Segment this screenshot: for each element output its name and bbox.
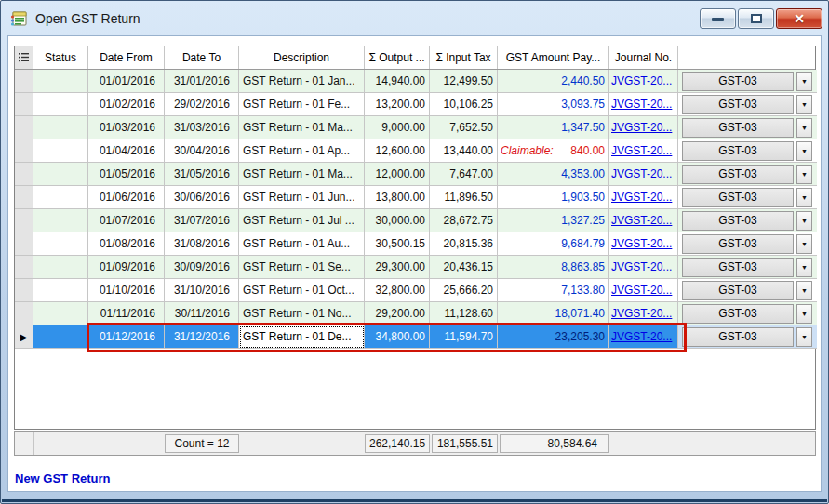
return-type-dropdown-button[interactable]: ▼ [796,141,812,161]
chevron-down-icon: ▼ [801,171,808,178]
cell-return-type: GST-03 ▼ [678,279,817,302]
cell-date-to: 31/07/2016 [165,209,239,232]
journal-link[interactable]: JVGST-20... [611,284,672,297]
return-type-dropdown-button[interactable]: ▼ [796,327,812,347]
cell-journal-no: JVGST-20... [609,116,678,139]
column-header-date-to[interactable]: Date To [165,46,239,69]
gst-return-grid: Status Date From Date To Description Σ O… [14,46,816,430]
row-selector-cell: ▶ [15,256,33,279]
return-type-dropdown-button[interactable]: ▼ [796,72,812,91]
return-type-dropdown-button[interactable]: ▼ [796,188,812,207]
cell-date-to: 31/03/2016 [165,116,239,139]
table-row[interactable]: ▶ 01/07/2016 31/07/2016 GST Return - 01 … [15,209,815,232]
input-tax-total: 181,555.51 [432,434,498,453]
row-selector-cell: ▶ [15,232,33,256]
journal-link[interactable]: JVGST-20... [611,144,672,157]
column-header-date-from[interactable]: Date From [88,46,165,69]
return-type-button[interactable]: GST-03 [682,327,794,347]
return-type-button[interactable]: GST-03 [682,118,794,138]
return-type-button[interactable]: GST-03 [682,234,794,254]
chevron-down-icon: ▼ [801,125,808,131]
return-type-dropdown-button[interactable]: ▼ [796,281,812,300]
cell-journal-no: JVGST-20... [609,232,678,256]
cell-date-from: 01/04/2016 [88,139,165,163]
cell-return-type: GST-03 ▼ [678,325,817,349]
return-type-dropdown-button[interactable]: ▼ [796,304,812,324]
gst-amount-value: 23,205.30 [555,325,605,348]
column-header-status[interactable]: Status [33,46,88,69]
dialog-window: Open GST Return ✕ Status Date From Date … [0,0,829,504]
table-row[interactable]: ▶ 01/08/2016 31/08/2016 GST Return - 01 … [15,232,815,256]
cell-date-from: 01/08/2016 [88,232,165,256]
record-count: Count = 12 [165,434,239,453]
return-type-dropdown-button[interactable]: ▼ [796,95,812,114]
return-type-button[interactable]: GST-03 [682,304,794,324]
return-type-dropdown-button[interactable]: ▼ [796,258,812,277]
table-row[interactable]: ▶ 01/04/2016 30/04/2016 GST Return - 01 … [15,139,815,163]
minimize-icon [712,18,724,21]
close-button[interactable]: ✕ [776,8,822,29]
cell-gst-amount: Claimable: 840.00 [498,139,609,163]
table-row[interactable]: ▶ 01/03/2016 31/03/2016 GST Return - 01 … [15,116,815,139]
return-type-button[interactable]: GST-03 [682,258,794,277]
table-row[interactable]: ▶ 01/06/2016 30/06/2016 GST Return - 01 … [15,186,815,209]
column-header-return-type[interactable] [678,46,817,69]
cell-date-to: 31/10/2016 [165,279,239,302]
journal-link[interactable]: JVGST-20... [611,214,672,227]
cell-journal-no: JVGST-20... [609,279,678,302]
table-row[interactable]: ▶ 01/10/2016 31/10/2016 GST Return - 01 … [15,279,815,302]
journal-link[interactable]: JVGST-20... [611,191,672,204]
gst-amount-value: 4,353.00 [561,163,605,185]
cell-date-from: 01/01/2016 [88,70,165,93]
column-header-description[interactable]: Description [239,46,365,69]
column-header-row-selector[interactable] [15,46,33,69]
chevron-down-icon: ▼ [801,194,808,201]
return-type-dropdown-button[interactable]: ▼ [796,118,812,138]
gst-amount-value: 8,863.85 [561,256,605,278]
return-type-dropdown-button[interactable]: ▼ [796,165,812,184]
table-row[interactable]: ▶ 01/12/2016 31/12/2016 GST Return - 01 … [15,325,815,349]
return-type-button[interactable]: GST-03 [682,165,794,184]
gst-amount-total: 80,584.64 [500,434,609,453]
cell-gst-amount: 4,353.00 [498,163,609,186]
journal-link[interactable]: JVGST-20... [611,237,672,250]
column-header-gst-amount[interactable]: GST Amount Pay... [498,46,609,69]
chevron-down-icon: ▼ [801,148,808,154]
gst-amount-value: 1,903.50 [561,186,605,208]
gst-amount-value: 9,684.79 [561,232,605,255]
journal-link[interactable]: JVGST-20... [611,74,672,87]
cell-status [33,70,88,93]
gst-amount-value: 2,440.50 [561,70,605,92]
return-type-button[interactable]: GST-03 [682,188,794,207]
cell-gst-amount: 1,327.25 [498,209,609,232]
return-type-button[interactable]: GST-03 [682,211,794,231]
column-header-input-tax[interactable]: Σ Input Tax [430,46,498,69]
journal-link[interactable]: JVGST-20... [611,260,672,273]
table-row[interactable]: ▶ 01/11/2016 30/11/2016 GST Return - 01 … [15,302,815,325]
minimize-button[interactable] [700,8,736,29]
cell-status [33,232,88,256]
table-row[interactable]: ▶ 01/09/2016 30/09/2016 GST Return - 01 … [15,256,815,279]
return-type-button[interactable]: GST-03 [682,141,794,161]
cell-status [33,256,88,279]
table-row[interactable]: ▶ 01/02/2016 29/02/2016 GST Return - 01 … [15,93,815,116]
footer-divider [33,432,34,455]
maximize-button[interactable] [738,8,774,29]
return-type-dropdown-button[interactable]: ▼ [796,234,812,254]
return-type-dropdown-button[interactable]: ▼ [796,211,812,231]
column-header-output-tax[interactable]: Σ Output ... [365,46,430,69]
output-tax-total: 262,140.15 [365,434,430,453]
column-header-journal-no[interactable]: Journal No. [609,46,678,69]
journal-link[interactable]: JVGST-20... [611,307,672,320]
return-type-button[interactable]: GST-03 [682,281,794,300]
journal-link[interactable]: JVGST-20... [611,330,672,343]
return-type-button[interactable]: GST-03 [682,95,794,114]
table-row[interactable]: ▶ 01/01/2016 31/01/2016 GST Return - 01 … [15,70,815,93]
cell-description: GST Return - 01 De... [239,325,365,349]
return-type-button[interactable]: GST-03 [682,72,794,91]
table-row[interactable]: ▶ 01/05/2016 31/05/2016 GST Return - 01 … [15,163,815,186]
journal-link[interactable]: JVGST-20... [611,121,672,134]
new-gst-return-link[interactable]: New GST Return [15,471,111,485]
journal-link[interactable]: JVGST-20... [611,167,672,180]
journal-link[interactable]: JVGST-20... [611,98,672,111]
